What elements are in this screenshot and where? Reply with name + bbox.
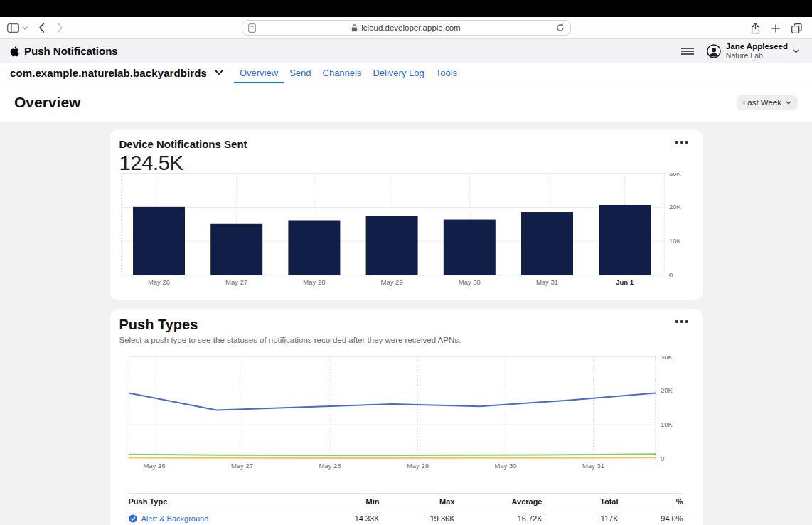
range-chevron-down-icon <box>786 101 791 105</box>
avatar-icon <box>707 44 721 58</box>
device-notifications-card: Device Notifications Sent 124.5K May 26M… <box>110 130 703 300</box>
new-tab-icon[interactable] <box>771 24 780 33</box>
share-icon[interactable] <box>751 23 760 34</box>
svg-text:May 29: May 29 <box>380 278 402 286</box>
card-title: Push Types <box>110 309 703 333</box>
url-text: icloud.developer.apple.com <box>361 23 460 32</box>
page-title: Overview <box>14 94 80 111</box>
svg-text:May 30: May 30 <box>458 278 480 286</box>
time-range-button[interactable]: Last Week <box>737 95 798 110</box>
push-types-card: Push Types Select a push type to see the… <box>110 309 703 525</box>
apple-logo-icon <box>10 46 19 57</box>
header-total: Total <box>543 497 619 506</box>
header-min: Min <box>309 497 380 506</box>
svg-text:Jun 1: Jun 1 <box>616 278 634 286</box>
card-options-button[interactable] <box>675 320 688 323</box>
account-menu[interactable]: Jane Appleseed Nature Lab <box>707 42 799 60</box>
app-header: Push Notifications Jane Appleseed Nature… <box>0 39 812 63</box>
cell-average: 16.72K <box>455 514 543 523</box>
sidebar-chevron-down-icon[interactable] <box>22 26 28 30</box>
tab-overview-icon[interactable] <box>791 23 802 33</box>
svg-text:20K: 20K <box>661 386 673 394</box>
svg-text:May 27: May 27 <box>230 462 252 470</box>
header-average: Average <box>455 497 543 506</box>
time-range-label: Last Week <box>743 98 781 107</box>
svg-text:May 28: May 28 <box>303 278 325 286</box>
svg-text:May 26: May 26 <box>147 278 169 286</box>
cell-total: 117K <box>543 514 619 523</box>
svg-text:May 26: May 26 <box>143 462 165 470</box>
checkmark-badge-icon <box>129 514 137 523</box>
svg-text:May 31: May 31 <box>535 278 557 286</box>
push-types-table: Push Type Min Max Average Total % Alert … <box>129 493 683 525</box>
page-content: Device Notifications Sent 124.5K May 26M… <box>0 122 812 525</box>
svg-text:May 28: May 28 <box>319 462 341 470</box>
tab-channels[interactable]: Channels <box>317 63 368 83</box>
forward-icon[interactable] <box>57 23 63 33</box>
cell-min: 14.33K <box>309 514 380 523</box>
card-subtitle: Select a push type to see the statuses o… <box>110 333 703 344</box>
cell-percent: 94.0% <box>619 514 683 523</box>
svg-text:0: 0 <box>669 271 673 279</box>
svg-text:30K: 30K <box>669 173 682 177</box>
tab-tools[interactable]: Tools <box>430 63 463 83</box>
user-org: Nature Lab <box>726 51 788 60</box>
back-icon[interactable] <box>38 23 45 33</box>
page-title-row: Overview Last Week <box>0 83 812 122</box>
svg-text:30K: 30K <box>661 356 673 361</box>
card-title: Device Notifications Sent <box>110 130 703 150</box>
app-id-chevron-down-icon <box>215 70 223 75</box>
sidebar-icon[interactable] <box>7 23 19 33</box>
reload-icon[interactable] <box>556 23 565 32</box>
address-bar[interactable]: icloud.developer.apple.com <box>242 20 571 36</box>
macos-top-bar <box>0 0 812 17</box>
app-title: Push Notifications <box>24 45 118 57</box>
reader-icon[interactable] <box>248 23 256 33</box>
tab-overview[interactable]: Overview <box>234 63 284 83</box>
app-id: com.example.naturelab.backyardbirds <box>10 67 207 79</box>
push-type-link[interactable]: Alert & Background <box>141 514 209 523</box>
svg-text:10K: 10K <box>661 420 673 428</box>
notifications-total: 124.5K <box>110 152 703 175</box>
svg-text:May 30: May 30 <box>494 462 516 470</box>
table-row: Alert & Background 14.33K 19.36K 16.72K … <box>129 509 683 525</box>
header-percent: % <box>619 497 683 506</box>
browser-toolbar: icloud.developer.apple.com <box>0 17 812 39</box>
user-name: Jane Appleseed <box>726 42 788 51</box>
table-header-row: Push Type Min Max Average Total % <box>129 493 683 509</box>
svg-text:10K: 10K <box>669 237 682 245</box>
header-max: Max <box>380 497 455 506</box>
line-chart: May 26May 27May 28May 29May 30May 31010K… <box>129 356 690 477</box>
app-nav-row: com.example.naturelab.backyardbirds Over… <box>0 63 812 83</box>
svg-text:0: 0 <box>661 455 664 462</box>
cell-max: 19.36K <box>380 514 455 523</box>
section-tabs: Overview Send Channels Delivery Log Tool… <box>234 63 463 83</box>
tab-send[interactable]: Send <box>284 63 316 83</box>
tab-delivery-log[interactable]: Delivery Log <box>367 63 429 83</box>
svg-text:20K: 20K <box>669 203 682 211</box>
card-options-button[interactable] <box>675 141 688 144</box>
menu-icon[interactable] <box>681 48 694 55</box>
account-chevron-down-icon <box>793 49 799 53</box>
lock-icon <box>351 24 358 32</box>
svg-text:May 27: May 27 <box>225 278 247 286</box>
header-push-type: Push Type <box>129 497 309 506</box>
app-id-selector[interactable]: com.example.naturelab.backyardbirds <box>10 67 223 79</box>
svg-text:May 31: May 31 <box>582 462 604 470</box>
bar-chart: May 26May 27May 28May 29May 30May 31Jun … <box>121 173 692 292</box>
svg-text:May 29: May 29 <box>406 462 428 470</box>
